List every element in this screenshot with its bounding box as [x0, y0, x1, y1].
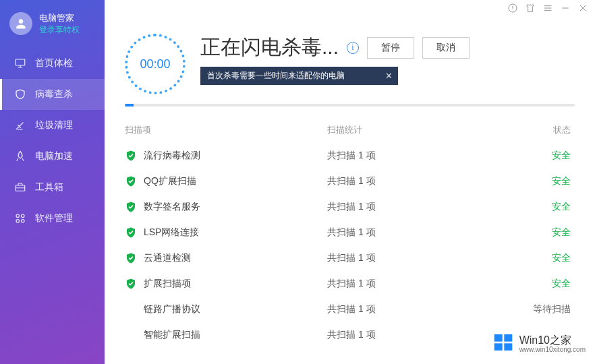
sidebar-item-label: 电脑加速: [35, 150, 73, 162]
menu-icon[interactable]: [542, 3, 553, 13]
app-window: 电脑管家 登录享特权 首页体检病毒查杀垃圾清理电脑加速工具箱软件管理 00:00…: [0, 0, 595, 364]
scan-item-stat: 共扫描 1 项: [327, 150, 516, 162]
watermark: Win10之家 www.win10xitong.com: [492, 332, 586, 356]
scan-item-stat: 共扫描 1 项: [327, 252, 516, 264]
sidebar-item-0[interactable]: 首页体检: [0, 48, 105, 79]
table-row: 数字签名服务共扫描 1 项安全: [125, 194, 575, 220]
svg-point-3: [22, 214, 25, 218]
scan-item-stat: 共扫描 1 项: [327, 303, 516, 315]
scan-title: 正在闪电杀毒...: [200, 34, 339, 61]
pause-button[interactable]: 暂停: [367, 37, 414, 59]
profile-text: 电脑管家 登录享特权: [39, 12, 80, 36]
grid-icon: [13, 212, 27, 225]
scan-item-stat: 共扫描 1 项: [327, 201, 516, 213]
watermark-logo-icon: [492, 332, 514, 356]
svg-rect-9: [494, 343, 502, 351]
sidebar-item-label: 垃圾清理: [35, 119, 73, 131]
col-scan-item: 扫描项: [125, 124, 327, 136]
sidebar: 电脑管家 登录享特权 首页体检病毒查杀垃圾清理电脑加速工具箱软件管理: [0, 0, 105, 364]
watermark-url: www.win10xitong.com: [519, 346, 586, 353]
scan-item-status: 安全: [516, 150, 575, 162]
table-body: 流行病毒检测共扫描 1 项安全QQ扩展扫描共扫描 1 项安全数字签名服务共扫描 …: [125, 143, 575, 352]
scan-item-name: LSP网络连接: [144, 226, 327, 239]
col-scan-stat: 扫描统计: [327, 124, 516, 136]
shirt-icon[interactable]: [525, 3, 536, 13]
scan-item-name: QQ扩展扫描: [144, 175, 327, 187]
title-row: 正在闪电杀毒... i 暂停 取消: [200, 34, 575, 61]
tooltip-text: 首次杀毒需要一些时间来适配你的电脑: [207, 70, 345, 82]
svg-rect-0: [16, 59, 25, 65]
feedback-icon[interactable]: [507, 3, 518, 13]
scan-header: 00:00 正在闪电杀毒... i 暂停 取消 首次杀毒需要一些时间来适配你的电…: [105, 0, 595, 94]
scan-item-stat: 共扫描 1 项: [327, 329, 516, 341]
scan-item-stat: 共扫描 1 项: [327, 175, 516, 187]
svg-rect-10: [504, 343, 512, 351]
scan-table: 扫描项 扫描统计 状态 流行病毒检测共扫描 1 项安全QQ扩展扫描共扫描 1 项…: [105, 107, 595, 352]
scan-item-status: 安全: [516, 226, 575, 239]
main: 00:00 正在闪电杀毒... i 暂停 取消 首次杀毒需要一些时间来适配你的电…: [105, 0, 595, 364]
shield-icon: [13, 88, 27, 101]
watermark-text: Win10之家 www.win10xitong.com: [519, 334, 586, 354]
sidebar-item-label: 工具箱: [35, 181, 63, 193]
table-row: 链路广播协议共扫描 1 项等待扫描: [125, 297, 575, 322]
sidebar-item-3[interactable]: 电脑加速: [0, 141, 105, 172]
scan-item-status: 安全: [516, 252, 575, 264]
scan-item-name: 链路广播协议: [144, 303, 327, 315]
table-header: 扫描项 扫描统计 状态: [125, 120, 575, 143]
sidebar-item-1[interactable]: 病毒查杀: [0, 79, 105, 110]
svg-rect-7: [494, 334, 502, 342]
minimize-icon[interactable]: [560, 3, 571, 13]
login-hint[interactable]: 登录享特权: [39, 24, 80, 36]
info-icon[interactable]: i: [347, 42, 359, 54]
monitor-icon: [13, 57, 27, 70]
sidebar-item-label: 软件管理: [35, 212, 73, 224]
table-row: LSP网络连接共扫描 1 项安全: [125, 220, 575, 245]
scan-item-stat: 共扫描 1 项: [327, 226, 516, 239]
shield-check-icon: [125, 175, 137, 187]
app-name: 电脑管家: [39, 12, 80, 24]
first-scan-tooltip: 首次杀毒需要一些时间来适配你的电脑 ✕: [200, 67, 398, 85]
svg-rect-8: [504, 334, 512, 342]
scan-timer: 00:00: [125, 34, 186, 94]
shield-check-icon: [125, 201, 137, 213]
nav: 首页体检病毒查杀垃圾清理电脑加速工具箱软件管理: [0, 48, 105, 364]
scan-item-name: 数字签名服务: [144, 201, 327, 213]
table-row: 流行病毒检测共扫描 1 项安全: [125, 143, 575, 169]
toolbox-icon: [13, 181, 27, 194]
sidebar-item-label: 病毒查杀: [35, 88, 73, 100]
shield-check-icon: [125, 278, 137, 290]
table-row: 扩展扫描项共扫描 1 项安全: [125, 271, 575, 297]
scan-item-status: 安全: [516, 201, 575, 213]
col-scan-status: 状态: [516, 124, 575, 136]
scan-item-name: 云通道检测: [144, 252, 327, 264]
cancel-button[interactable]: 取消: [422, 37, 470, 59]
sidebar-item-label: 首页体检: [35, 57, 73, 69]
scan-item-status: 等待扫描: [516, 303, 575, 315]
scan-item-name: 流行病毒检测: [144, 150, 327, 162]
scan-item-name: 智能扩展扫描: [144, 329, 327, 341]
title-block: 正在闪电杀毒... i 暂停 取消 首次杀毒需要一些时间来适配你的电脑 ✕: [200, 34, 575, 85]
svg-point-2: [16, 214, 20, 218]
watermark-brand: Win10之家: [519, 334, 586, 346]
profile-block[interactable]: 电脑管家 登录享特权: [0, 8, 105, 48]
sidebar-item-5[interactable]: 软件管理: [0, 203, 105, 234]
shield-check-icon: [125, 150, 137, 162]
table-row: QQ扩展扫描共扫描 1 项安全: [125, 169, 575, 194]
shield-check-icon: [125, 226, 137, 239]
scan-item-name: 扩展扫描项: [144, 278, 327, 290]
sidebar-item-4[interactable]: 工具箱: [0, 172, 105, 203]
scan-item-stat: 共扫描 1 项: [327, 278, 516, 290]
svg-point-4: [16, 219, 20, 222]
tooltip-close-icon[interactable]: ✕: [385, 71, 393, 81]
close-icon[interactable]: [577, 3, 588, 13]
scan-item-status: 安全: [516, 175, 575, 187]
sidebar-item-2[interactable]: 垃圾清理: [0, 110, 105, 141]
scan-item-status: 安全: [516, 278, 575, 290]
broom-icon: [13, 119, 27, 132]
table-row: 云通道检测共扫描 1 项安全: [125, 245, 575, 271]
window-controls: [507, 3, 588, 13]
shield-check-icon: [125, 252, 137, 264]
avatar: [9, 12, 32, 35]
svg-point-5: [22, 219, 25, 222]
rocket-icon: [13, 150, 27, 163]
